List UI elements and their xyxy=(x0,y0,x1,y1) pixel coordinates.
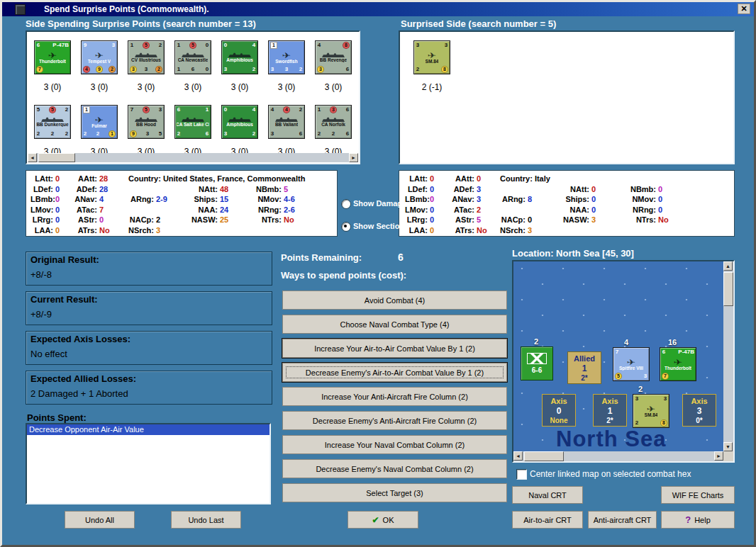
stat-nacp: NACp:0 xyxy=(496,215,532,224)
close-icon[interactable]: ✕ xyxy=(738,4,750,14)
unit-counter-ca-norfolk[interactable]: 136CA Norfolk226 xyxy=(315,105,352,139)
stat-value: 5 xyxy=(477,215,481,224)
scroll-down-icon[interactable]: ▼ xyxy=(723,442,733,451)
corps-counter[interactable]: 6-6 xyxy=(521,346,553,380)
air-to-air-crt-button[interactable]: Air-to-air CRT xyxy=(512,511,583,529)
stat-nmov: NMov:0 xyxy=(626,195,662,203)
show-section-radio[interactable] xyxy=(341,222,351,232)
stat-nrng: NRng:0 xyxy=(626,205,662,214)
scroll-up-icon[interactable]: ▲ xyxy=(723,261,733,271)
map-horizontal-scrollbar[interactable]: ◄► xyxy=(513,451,723,461)
counter-value: 1 xyxy=(109,130,116,137)
spend-option-decrease-enemy-s-air-to-air-combat-value[interactable]: Decrease Enemy's Air-to-Air Combat Value… xyxy=(282,363,507,382)
unit-counter-bb-hood[interactable]: 753BB Hood935 xyxy=(128,105,165,139)
unit-counter-amphibious[interactable]: 04Amphibious32 xyxy=(221,40,258,74)
center-map-checkbox[interactable] xyxy=(516,469,527,480)
scroll-track[interactable] xyxy=(523,451,714,461)
scroll-thumb[interactable] xyxy=(38,153,75,162)
counter-value: 3 xyxy=(270,130,274,137)
stat-astr: AStr:5 xyxy=(449,215,481,224)
unit-counter-tempest-v[interactable]: 93✈Tempest V492 xyxy=(81,40,118,74)
help-button[interactable]: ? Help xyxy=(661,511,735,529)
spend-option-increase-your-anti-aircraft-fire-column-[interactable]: Increase Your Anti-Aircraft Fire Column … xyxy=(282,387,507,406)
points-spent-item[interactable]: Decrease Opponent Air-Air Value xyxy=(27,424,269,435)
help-icon: ? xyxy=(685,514,691,525)
counter-value: 2 xyxy=(50,130,55,137)
allied-stack-box[interactable]: Allied12* xyxy=(567,351,601,384)
stack-count-label: 2 xyxy=(534,337,538,346)
counter-value: 4 xyxy=(252,106,256,113)
counter-value: 3 xyxy=(416,42,420,49)
unit-counter-ca-salt-lake-city[interactable]: 61CA Salt Lake City26 xyxy=(174,105,211,139)
unit-counter-fulmar[interactable]: 1✈Fulmar221 xyxy=(81,105,118,139)
map-vertical-scrollbar[interactable]: ▲▼ xyxy=(723,261,733,451)
naval-crt-button[interactable]: Naval CRT xyxy=(512,486,583,504)
spend-option-decrease-enemy-s-naval-combat-column-2-[interactable]: Decrease Enemy's Naval Combat Column (2) xyxy=(282,459,507,478)
box-title: Axis xyxy=(601,397,618,405)
anti-aircraft-crt-button[interactable]: Anti-aircraft CRT xyxy=(588,511,657,529)
box-title: Allied xyxy=(574,354,595,363)
undo-all-button[interactable]: Undo All xyxy=(65,511,135,529)
unit-name: Thunderbolt xyxy=(665,366,691,371)
scroll-right-icon[interactable]: ► xyxy=(349,153,358,162)
counter-value: 9 xyxy=(83,42,87,49)
wif-fe-charts-button[interactable]: WIF FE Charts xyxy=(661,486,735,504)
expected-allied-losses-value: 2 Damaged + 1 Aborted xyxy=(30,388,128,399)
units-horizontal-scrollbar[interactable]: ◄► xyxy=(28,153,358,162)
counter-value: 6 xyxy=(205,130,209,137)
show-damage-radio[interactable] xyxy=(341,199,351,209)
points-spent-listbox[interactable]: Decrease Opponent Air-Air Value xyxy=(26,423,271,504)
scroll-thumb[interactable] xyxy=(524,451,564,461)
scroll-left-icon[interactable]: ◄ xyxy=(513,451,523,461)
scroll-left-icon[interactable]: ◄ xyxy=(28,153,37,162)
stat-value: 0 xyxy=(591,205,596,214)
unit-counter-thunderbolt[interactable]: 6P-47B✈Thunderbolt7 xyxy=(660,347,696,381)
ok-button[interactable]: ✔ OK xyxy=(348,511,418,529)
counter-value: 9 xyxy=(96,66,103,73)
spend-option-decrease-enemy-s-anti-aircraft-fire-colu[interactable]: Decrease Enemy's Anti-Aircraft Fire Colu… xyxy=(282,411,507,430)
spend-option-select-target-3-[interactable]: Select Target (3) xyxy=(282,483,507,502)
unit-counter-sm-84[interactable]: 33✈SM.8428 xyxy=(413,40,450,74)
unit-counter-bb-valiant[interactable]: 442BB Valiant36 xyxy=(268,105,305,139)
scroll-track[interactable] xyxy=(723,271,733,442)
unit-counter-sm-84[interactable]: 33✈SM.8428 xyxy=(633,394,669,428)
expected-allied-losses-box: Expected Allied Losses: 2 Damaged + 1 Ab… xyxy=(26,371,272,405)
spend-option-increase-your-air-to-air-combat-value-by[interactable]: Increase Your Air-to-Air Combat Value By… xyxy=(282,339,507,358)
stat-lrrg: LRrg:0 xyxy=(405,215,434,224)
spend-option-choose-naval-combat-type-4-[interactable]: Choose Naval Combat Type (4) xyxy=(282,315,507,334)
axis-stack-box[interactable]: Axis12* xyxy=(593,394,627,427)
stat-value: 0 xyxy=(55,195,60,203)
map-viewport[interactable]: North Sea 26-6Allied12*47✈Spitfire VIII5… xyxy=(513,261,723,451)
unit-name: BB Hood xyxy=(136,122,156,127)
unit-counter-bb-revenge[interactable]: 48BB Revenge36 xyxy=(315,40,352,74)
stat-value: 0 xyxy=(430,226,434,235)
ship-silhouette-icon xyxy=(228,52,251,57)
scroll-track[interactable] xyxy=(37,153,349,162)
stat-label: ARng: xyxy=(496,195,526,203)
axis-stack-box[interactable]: Axis30* xyxy=(682,394,716,427)
unit-counter-bb-dunkerque[interactable]: 552BB Dunkerque222 xyxy=(34,105,71,139)
spend-option-avoid-combat-4-[interactable]: Avoid Combat (4) xyxy=(282,291,507,310)
scroll-right-icon[interactable]: ► xyxy=(714,451,723,461)
undo-last-button[interactable]: Undo Last xyxy=(171,511,241,529)
box-subtitle: 0* xyxy=(696,417,702,424)
unit-counter-amphibious[interactable]: 04Amphibious32 xyxy=(221,105,258,139)
unit-count-label: 3 (0) xyxy=(138,82,155,92)
scroll-thumb[interactable] xyxy=(723,272,733,306)
unit-counter-thunderbolt[interactable]: 6P-47B✈Thunderbolt7 xyxy=(34,40,71,74)
check-icon: ✔ xyxy=(372,515,379,525)
unit-counter-swordfish[interactable]: 1✈Swordfish332 xyxy=(268,40,305,74)
stat-lmov: LMov:0 xyxy=(30,205,60,214)
unit-counter-ca-newcastle[interactable]: 150CA Newcastle160 xyxy=(174,40,211,74)
unit-count-label: 3 (0) xyxy=(325,82,343,92)
stat-value: 0 xyxy=(430,174,434,183)
counter-value: 0 xyxy=(205,42,209,49)
counter-value: 6 xyxy=(177,106,181,113)
stat-ships: Ships:0 xyxy=(558,195,596,203)
stat-value: 2 xyxy=(156,215,160,224)
unit-counter-cv-illustrious[interactable]: 152CV Illustrious332 xyxy=(128,40,165,74)
spend-option-increase-your-naval-combat-column-2-[interactable]: Increase Your Naval Combat Column (2) xyxy=(282,435,507,454)
axis-stack-box[interactable]: Axis0None xyxy=(542,394,576,427)
unit-counter-spitfire-viii[interactable]: 7✈Spitfire VIII53 xyxy=(613,347,650,381)
stat-label: NSrch: xyxy=(496,226,526,235)
